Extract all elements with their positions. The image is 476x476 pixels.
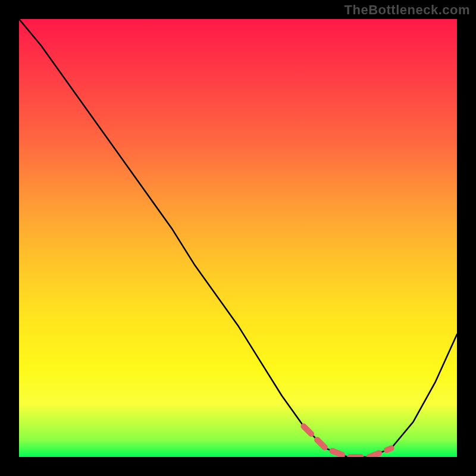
plot-area [19, 19, 457, 457]
bottleneck-highlight-path [303, 427, 391, 458]
watermark-text: TheBottleneck.com [345, 2, 470, 18]
bottleneck-curve-path [19, 19, 457, 457]
curve-svg [19, 19, 457, 457]
chart-frame: TheBottleneck.com [0, 0, 476, 476]
